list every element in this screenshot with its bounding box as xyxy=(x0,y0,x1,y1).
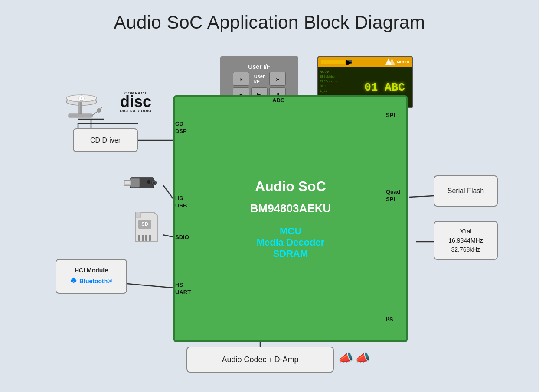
xtal-label: X'tal 16.9344MHz 32.768kHz xyxy=(448,227,483,254)
svg-rect-35 xyxy=(138,235,140,241)
port-spi: SPI xyxy=(386,112,395,118)
serial-flash-box: Serial Flash xyxy=(434,175,498,207)
svg-point-31 xyxy=(147,180,150,184)
port-hs-usb: HSUSB xyxy=(175,195,187,210)
svg-point-32 xyxy=(151,180,157,185)
port-sdio: SDIO xyxy=(175,234,189,240)
soc-internals: MCU Media Decoder SDRAM xyxy=(257,226,325,259)
svg-rect-37 xyxy=(145,235,147,241)
lcd-top-bar: ▶ MUSIC xyxy=(318,57,412,67)
xtal-box: X'tal 16.9344MHz 32.768kHz xyxy=(434,221,498,260)
svg-line-12 xyxy=(409,196,434,197)
bluetooth-icon: ♣ Bluetooth® xyxy=(70,275,112,286)
svg-rect-20 xyxy=(80,102,82,115)
port-adc: ADC xyxy=(272,97,284,104)
audio-codec-box: Audio Codec＋D-Amp xyxy=(186,347,334,373)
sd-card-icon: SD xyxy=(132,212,160,245)
svg-line-11 xyxy=(127,284,175,288)
rewind-button[interactable]: « xyxy=(233,72,249,86)
svg-rect-36 xyxy=(142,235,144,241)
soc-media-label: Media Decoder xyxy=(257,237,325,248)
port-quad-spi: QuadSPI xyxy=(386,188,400,203)
serial-flash-label: Serial Flash xyxy=(448,187,484,196)
cd-disc-icon xyxy=(56,89,108,132)
diagram: COMPACT disc DIGITAL AUDIO CD Driver Use… xyxy=(26,48,512,377)
soc-sdram-label: SDRAM xyxy=(257,248,325,259)
speaker-right-icon: 📣 xyxy=(355,351,370,365)
cd-logo: COMPACT disc DIGITAL AUDIO xyxy=(108,91,164,113)
svg-rect-21 xyxy=(69,114,92,117)
svg-rect-38 xyxy=(149,235,151,241)
soc-chip: Audio SoC BM94803AEKU MCU Media Decoder … xyxy=(173,95,408,342)
svg-text:SD: SD xyxy=(141,221,148,227)
music-label: MUSIC xyxy=(397,60,409,64)
port-cd-dsp: CDDSP xyxy=(175,120,187,135)
svg-rect-30 xyxy=(125,181,130,184)
lcd-digit-display: 01 ABC xyxy=(364,81,405,94)
speaker-icons: 📣 📣 xyxy=(338,351,370,365)
soc-mcu-label: MCU xyxy=(257,226,325,237)
soc-name: Audio SoC xyxy=(255,178,326,194)
hci-module-box: HCI Module ♣ Bluetooth® xyxy=(56,259,127,294)
usb-icon xyxy=(124,170,163,196)
user-if-label: User I/F xyxy=(248,63,270,70)
soc-model: BM94803AEKU xyxy=(250,202,331,215)
hci-module-label: HCI Module xyxy=(75,267,108,274)
page-title: Audio SoC Application Block Diagram xyxy=(0,0,539,33)
fast-forward-button[interactable]: » xyxy=(269,72,286,86)
audio-codec-label: Audio Codec＋D-Amp xyxy=(222,354,298,365)
music-logo-icon xyxy=(385,58,395,65)
bluetooth-label: Bluetooth® xyxy=(79,278,112,285)
svg-rect-19 xyxy=(78,102,80,115)
speaker-left-icon: 📣 xyxy=(338,351,353,365)
port-i2s: I²S xyxy=(386,316,393,323)
user-if-center-label: UserI/F xyxy=(251,72,268,86)
port-hs-uart: HSUART xyxy=(175,282,191,296)
svg-point-18 xyxy=(81,97,82,99)
cd-driver-box: CD Driver xyxy=(73,128,138,152)
cd-driver-label: CD Driver xyxy=(90,136,121,144)
